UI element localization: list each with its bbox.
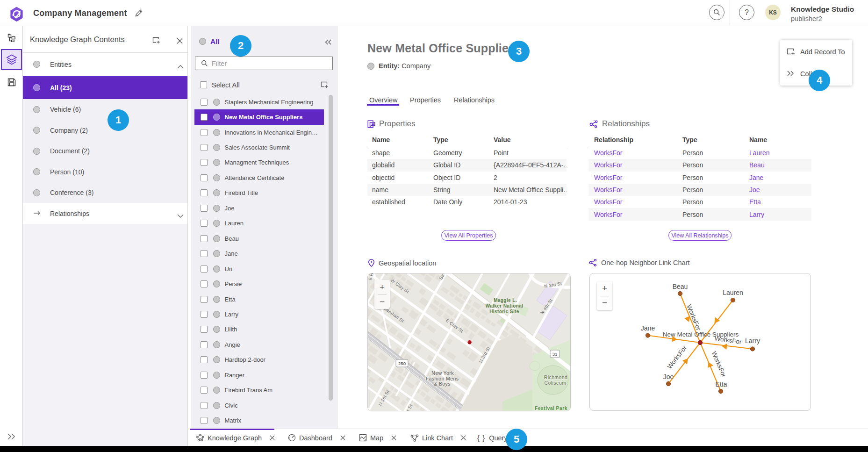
svg-text:Joe: Joe [663,373,674,380]
svg-text:Coliseum: Coliseum [545,380,567,386]
svg-text:Fashion Mens: Fashion Mens [426,376,459,381]
svg-text:33: 33 [552,352,558,357]
svg-text:Historic Site: Historic Site [489,309,519,314]
svg-text:Festival Park: Festival Park [535,405,567,411]
svg-text:Etta: Etta [716,380,727,388]
svg-text:Larry: Larry [745,337,760,344]
svg-text:WorksFor: WorksFor [666,344,689,370]
svg-text:Walker National: Walker National [486,303,524,309]
svg-text:Lauren: Lauren [723,289,743,296]
svg-text:Richmond: Richmond [544,374,567,380]
svg-text:Beau: Beau [673,283,688,290]
svg-text:New York: New York [431,370,454,376]
svg-text:& Boys: & Boys [434,381,451,387]
svg-text:Jane: Jane [641,324,655,332]
svg-text:New Metal Office Suppliers: New Metal Office Suppliers [663,331,739,338]
svg-text:Maggie L.: Maggie L. [494,298,517,303]
svg-text:250: 250 [398,361,406,366]
